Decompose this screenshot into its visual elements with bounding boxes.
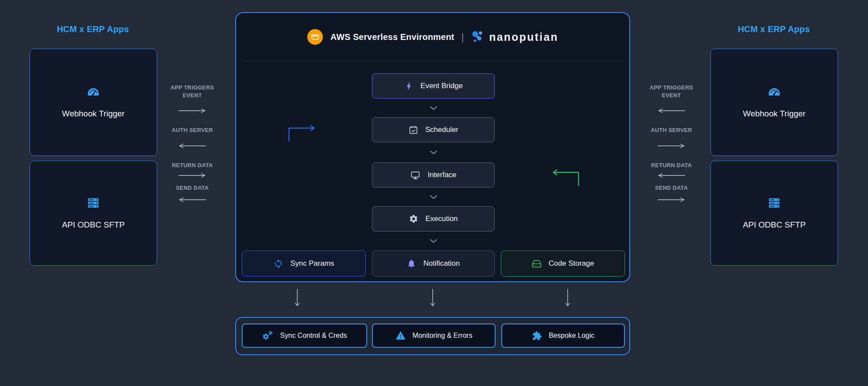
api-odbc-sftp-box-left: API ODBC SFTP <box>30 161 157 266</box>
nanoputian-logo-icon <box>471 30 485 44</box>
arrow-left-icon <box>657 173 686 178</box>
arrow-right-icon <box>178 173 207 178</box>
arrow-left-icon <box>657 108 686 113</box>
flow-label: RETURN DATA <box>172 162 213 169</box>
arrow-down-icon <box>294 288 300 307</box>
arrow-left-icon <box>178 143 207 148</box>
node-label: Notification <box>423 259 460 268</box>
node-label: Sync Params <box>290 259 334 268</box>
node-label: Event Bridge <box>421 82 463 90</box>
node-label: Interface <box>427 171 456 179</box>
arrow-right-icon <box>657 197 686 202</box>
monitor-icon <box>410 170 421 180</box>
node-label: Scheduler <box>425 125 459 134</box>
warning-triangle-icon <box>395 330 406 341</box>
separator: | <box>461 31 464 43</box>
bolt-icon <box>404 81 414 91</box>
right-flow-labels: APP TRIGGERS EVENT AUTH SERVER RETURN DA… <box>647 84 696 202</box>
sync-control-creds-node: Sync Control & Creds <box>242 323 367 348</box>
env-title: AWS Serverless Environment <box>330 32 454 42</box>
code-storage-node: Code Storage <box>501 251 625 277</box>
arrow-down-icon <box>430 288 436 307</box>
flow-label: RETURN DATA <box>651 162 692 169</box>
flow-label: AUTH SERVER <box>651 126 692 134</box>
gauge-icon <box>768 86 781 98</box>
env-header: aws AWS Serverless Environment | nanoput… <box>236 13 629 61</box>
foundation-container: Sync Control & Creds Monitoring & Errors… <box>235 317 630 355</box>
node-label: Code Storage <box>549 259 594 268</box>
chevron-down-icon <box>430 106 437 110</box>
node-label: Execution <box>425 214 458 223</box>
blue-elbow-arrow-icon <box>287 125 322 142</box>
flow-label: APP TRIGGERS EVENT <box>168 84 217 99</box>
aws-environment-container: aws AWS Serverless Environment | nanoput… <box>235 12 630 282</box>
nanoputian-logo: nanoputian <box>471 30 559 44</box>
chevron-down-icon <box>430 195 437 199</box>
sync-params-node: Sync Params <box>242 251 366 277</box>
arrow-right-icon <box>657 143 686 148</box>
server-stack-icon <box>87 197 99 209</box>
monitoring-errors-node: Monitoring & Errors <box>372 323 496 348</box>
bell-icon <box>407 259 416 268</box>
green-elbow-arrow-icon <box>546 169 580 187</box>
aws-logo-icon: aws <box>307 29 323 45</box>
event-bridge-node: Event Bridge <box>372 73 495 99</box>
execution-node: Execution <box>372 206 495 231</box>
webhook-trigger-box-right: Webhook Trigger <box>710 49 838 156</box>
left-panel-title: HCM x ERP Apps <box>30 24 156 34</box>
node-label: Sync Control & Creds <box>280 332 347 340</box>
aws-badge-text: aws <box>311 33 319 38</box>
gear-icon <box>409 214 418 224</box>
brand-text: nanoputian <box>489 31 559 43</box>
notification-node: Notification <box>372 251 495 277</box>
chevron-down-icon <box>430 239 437 243</box>
architecture-diagram: HCM x ERP Apps Webhook Trigger API ODBC … <box>0 0 868 386</box>
box-label: Webhook Trigger <box>743 109 806 119</box>
flow-label: APP TRIGGERS EVENT <box>647 84 696 99</box>
interface-node: Interface <box>372 162 495 188</box>
hard-drive-icon <box>532 259 542 269</box>
right-panel-title: HCM x ERP Apps <box>710 24 837 34</box>
box-label: Webhook Trigger <box>62 109 125 119</box>
api-odbc-sftp-box-right: API ODBC SFTP <box>710 161 838 266</box>
puzzle-icon <box>532 331 542 341</box>
scheduler-node: Scheduler <box>372 117 495 142</box>
arrow-right-icon <box>178 108 207 113</box>
calendar-check-icon <box>408 125 418 135</box>
gears-icon <box>262 331 273 341</box>
sync-icon <box>273 259 283 269</box>
node-label: Bespoke Logic <box>549 332 595 340</box>
chevron-down-icon <box>430 150 437 155</box>
server-stack-icon <box>768 197 780 209</box>
node-label: Monitoring & Errors <box>413 332 473 340</box>
arrow-left-icon <box>178 197 207 202</box>
header-divider <box>242 61 623 61</box>
flow-label: SEND DATA <box>176 184 209 192</box>
box-label: API ODBC SFTP <box>743 220 806 230</box>
webhook-trigger-box-left: Webhook Trigger <box>30 49 157 156</box>
left-flow-labels: APP TRIGGERS EVENT AUTH SERVER RETURN DA… <box>168 84 217 202</box>
arrow-down-icon <box>565 288 571 307</box>
gauge-icon <box>87 86 100 98</box>
bespoke-logic-node: Bespoke Logic <box>501 323 625 348</box>
flow-label: SEND DATA <box>655 184 688 192</box>
flow-label: AUTH SERVER <box>171 126 213 134</box>
box-label: API ODBC SFTP <box>62 220 125 230</box>
